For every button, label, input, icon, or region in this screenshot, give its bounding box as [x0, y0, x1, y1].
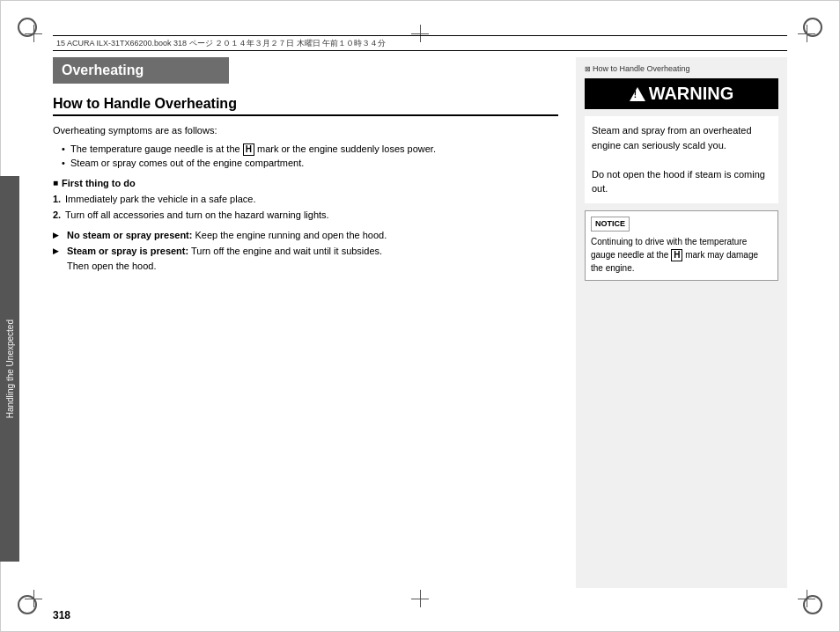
circle-top-left — [18, 18, 37, 37]
breadcrumb-icon: ⊠ — [585, 65, 591, 73]
warning-body: Steam and spray from an overheated engin… — [585, 116, 778, 203]
step-1: 1. Immediately park the vehicle in a saf… — [53, 192, 558, 207]
sidebar-tab-text: Handling the Unexpected — [5, 320, 15, 418]
warning-line-2: Do not open the hood if steam is coming … — [592, 167, 771, 196]
right-column: ⊠ How to Handle Overheating WARNING Stea… — [576, 57, 787, 588]
intro-text: Overheating symptoms are as follows: — [53, 123, 558, 138]
page-title-banner: Overheating — [53, 57, 229, 84]
warning-box: WARNING — [585, 78, 778, 109]
symptoms-list: The temperature gauge needle is at the H… — [53, 142, 558, 171]
arrow-steam-present: Steam or spray is present: Turn off the … — [53, 244, 558, 273]
header-bar: 15 ACURA ILX-31TX66200.book 318 ページ ２０１４… — [53, 35, 787, 51]
circle-top-right — [803, 18, 822, 37]
notice-title: NOTICE — [591, 217, 630, 232]
symptom-1: The temperature gauge needle is at the H… — [62, 142, 558, 157]
breadcrumb-text: How to Handle Overheating — [593, 64, 690, 73]
warning-triangle-icon — [630, 87, 645, 101]
section-heading: How to Handle Overheating — [53, 96, 558, 116]
notice-text: Continuing to drive with the temperature… — [591, 235, 772, 275]
warning-line-1: Steam and spray from an overheated engin… — [592, 123, 771, 152]
symptom-2: Steam or spray comes out of the engine c… — [62, 156, 558, 171]
page-number: 318 — [53, 609, 70, 621]
h-mark-1: H — [243, 143, 254, 156]
crosshair-bottom-mid — [411, 590, 429, 607]
content-area: Overheating How to Handle Overheating Ov… — [53, 57, 787, 588]
step-2: 2. Turn off all accessories and turn on … — [53, 208, 558, 223]
first-thing-title: First thing to do — [53, 178, 558, 188]
circle-bottom-left — [18, 595, 37, 614]
h-mark-2: H — [671, 249, 682, 261]
notice-box: NOTICE Continuing to drive with the temp… — [585, 210, 778, 282]
arrow-no-steam: No steam or spray present: Keep the engi… — [53, 228, 558, 243]
sidebar-tab-block: Handling the Unexpected — [0, 176, 19, 562]
breadcrumb: ⊠ How to Handle Overheating — [585, 64, 778, 73]
file-info: 15 ACURA ILX-31TX66200.book 318 ページ ２０１４… — [56, 38, 386, 49]
warning-label: WARNING — [649, 84, 734, 104]
warning-title: WARNING — [592, 84, 771, 104]
left-column: Overheating How to Handle Overheating Ov… — [53, 57, 576, 588]
circle-bottom-right — [803, 595, 822, 614]
steps-list: 1. Immediately park the vehicle in a saf… — [53, 192, 558, 223]
